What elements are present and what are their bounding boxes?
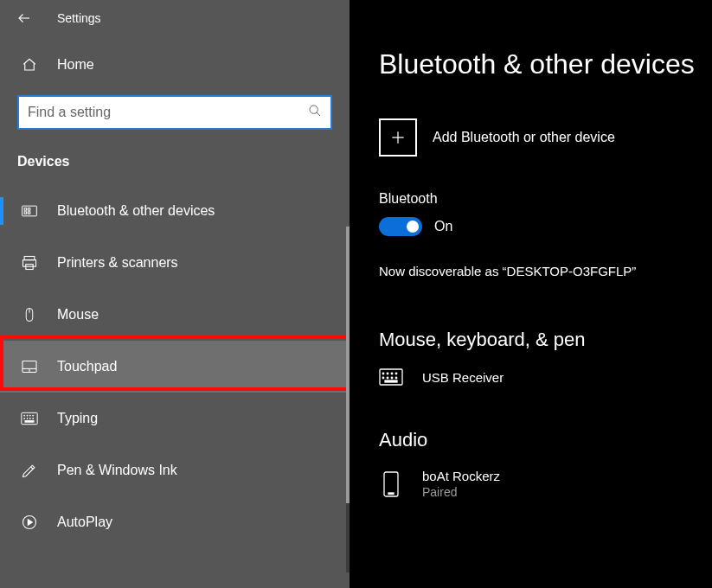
printer-icon: [21, 254, 38, 272]
device-usb-receiver[interactable]: USB Receiver: [379, 368, 698, 386]
svg-point-24: [387, 373, 388, 374]
toggle-knob: [407, 220, 419, 233]
autoplay-icon: [21, 514, 38, 531]
bluetooth-toggle[interactable]: [379, 217, 422, 236]
nav-label: Printers & scanners: [57, 255, 178, 271]
search-icon: [308, 104, 322, 121]
svg-point-14: [29, 415, 30, 416]
nav-printers-scanners[interactable]: Printers & scanners: [0, 237, 350, 289]
home-icon: [21, 57, 38, 73]
nav-label: Typing: [57, 411, 98, 426]
device-status: Paired: [422, 485, 500, 499]
svg-rect-6: [24, 257, 35, 260]
nav-autoplay[interactable]: AutoPlay: [0, 496, 350, 548]
search-input[interactable]: [28, 105, 308, 120]
category-heading: Devices: [0, 130, 350, 185]
svg-point-23: [382, 373, 384, 374]
device-label: boAt Rockerz: [422, 469, 500, 483]
svg-rect-5: [28, 212, 30, 214]
svg-point-30: [395, 377, 397, 379]
settings-sidebar: Settings Home Devices: [0, 0, 350, 588]
phone-icon: [379, 471, 403, 497]
plus-icon: [379, 118, 417, 157]
svg-point-19: [33, 419, 34, 419]
svg-point-17: [27, 419, 28, 419]
highlight-box: [0, 336, 350, 391]
nav-label: Pen & Windows Ink: [57, 463, 177, 478]
main-content: Bluetooth & other devices Add Bluetooth …: [350, 0, 712, 588]
back-button[interactable]: [9, 10, 40, 26]
svg-rect-1: [22, 206, 37, 216]
add-device-label: Add Bluetooth or other device: [433, 130, 615, 145]
device-boat-rockerz[interactable]: boAt Rockerz Paired: [379, 469, 698, 499]
svg-point-13: [27, 415, 28, 416]
svg-point-12: [24, 415, 25, 416]
svg-rect-33: [388, 493, 394, 495]
svg-rect-7: [23, 260, 36, 267]
svg-point-16: [24, 419, 25, 419]
section-mouse-keyboard-pen: Mouse, keyboard, & pen: [379, 329, 698, 351]
pen-icon: [21, 462, 38, 479]
svg-point-26: [395, 373, 397, 374]
svg-rect-20: [25, 421, 34, 423]
nav-typing[interactable]: Typing: [0, 393, 350, 444]
search-box[interactable]: [17, 95, 332, 130]
mouse-icon: [21, 306, 38, 323]
svg-rect-4: [28, 208, 30, 211]
selected-indicator: [0, 197, 3, 225]
svg-point-29: [391, 377, 393, 379]
home-label: Home: [57, 57, 94, 73]
bluetooth-label: Bluetooth: [379, 191, 698, 207]
nav-label: Touchpad: [57, 359, 117, 374]
svg-point-25: [391, 373, 393, 374]
touchpad-icon: [21, 360, 38, 374]
svg-point-0: [310, 105, 318, 113]
nav-touchpad[interactable]: Touchpad: [0, 341, 350, 393]
discoverable-text: Now discoverable as “DESKTOP-O3FGFLP”: [379, 264, 698, 278]
svg-point-15: [33, 415, 34, 416]
nav-bluetooth-devices[interactable]: Bluetooth & other devices: [0, 185, 350, 237]
toggle-state-label: On: [434, 219, 452, 234]
svg-rect-3: [24, 212, 27, 214]
keyboard-icon: [379, 368, 403, 386]
nav-label: AutoPlay: [57, 514, 112, 530]
device-label: USB Receiver: [422, 370, 504, 385]
svg-rect-2: [24, 208, 27, 211]
section-audio: Audio: [379, 429, 698, 451]
window-title: Settings: [57, 11, 101, 25]
svg-point-18: [29, 419, 30, 419]
page-title: Bluetooth & other devices: [379, 48, 698, 80]
svg-point-27: [382, 377, 384, 379]
nav-mouse[interactable]: Mouse: [0, 289, 350, 341]
add-device-button[interactable]: Add Bluetooth or other device: [379, 118, 698, 157]
svg-point-28: [387, 377, 388, 379]
nav-label: Bluetooth & other devices: [57, 203, 215, 219]
bluetooth-devices-icon: [21, 202, 38, 220]
typing-icon: [21, 412, 38, 425]
nav-home[interactable]: Home: [0, 35, 350, 95]
svg-rect-31: [385, 380, 397, 382]
nav-label: Mouse: [57, 307, 99, 323]
nav-pen-windows-ink[interactable]: Pen & Windows Ink: [0, 444, 350, 496]
